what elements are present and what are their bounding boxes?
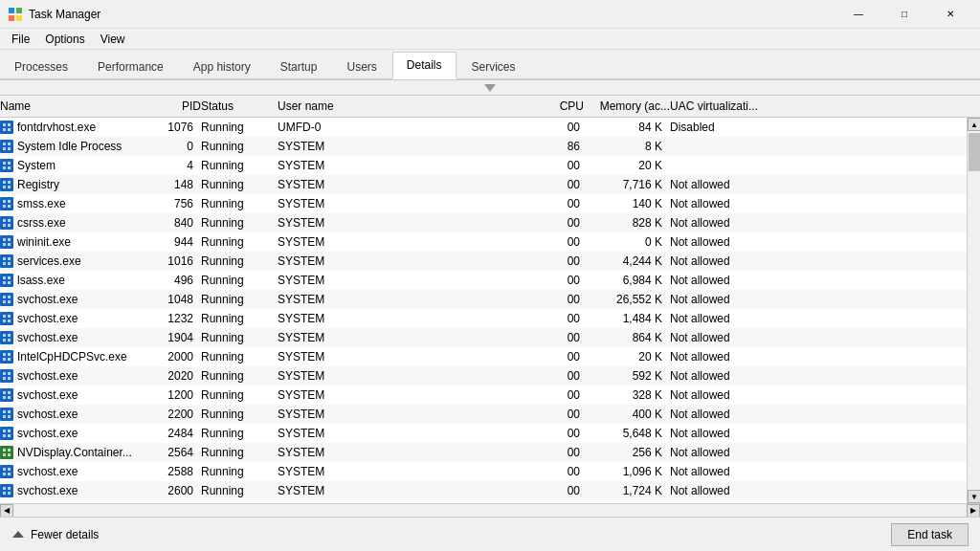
- table-row[interactable]: svchost.exe 1232 Running SYSTEM 00 1,484…: [0, 309, 967, 328]
- svg-rect-78: [3, 473, 6, 475]
- scroll-right-button[interactable]: ▶: [967, 504, 980, 518]
- svg-rect-58: [3, 377, 6, 380]
- sort-arrow-icon: [484, 84, 496, 92]
- window-title: Task Manager: [29, 8, 100, 21]
- tab-startup[interactable]: Startup: [266, 54, 332, 79]
- hscroll-track[interactable]: [13, 504, 967, 517]
- svg-rect-77: [8, 468, 11, 471]
- table-row[interactable]: services.exe 1016 Running SYSTEM 00 4,24…: [0, 252, 967, 271]
- scroll-down-button[interactable]: ▼: [968, 490, 980, 503]
- table-row[interactable]: IntelCpHDCPSvc.exe 2000 Running SYSTEM 0…: [0, 347, 967, 366]
- table-row[interactable]: smss.exe 756 Running SYSTEM 00 140 K Not…: [0, 194, 967, 213]
- cell-name: lsass.exe: [0, 273, 153, 288]
- svg-rect-62: [3, 396, 6, 399]
- table-row[interactable]: Registry 148 Running SYSTEM 00 7,716 K N…: [0, 175, 967, 194]
- cell-uac: [670, 145, 794, 147]
- end-task-button[interactable]: End task: [891, 523, 969, 546]
- vertical-scrollbar[interactable]: ▲ ▼: [967, 118, 980, 503]
- process-icon: [0, 312, 13, 325]
- cell-memory: 1,096 K: [584, 464, 670, 479]
- svg-rect-18: [3, 186, 6, 188]
- cell-username: SYSTEM: [278, 445, 546, 460]
- tab-details[interactable]: Details: [392, 52, 457, 79]
- scroll-left-button[interactable]: ◀: [0, 504, 13, 518]
- header-name[interactable]: Name: [0, 99, 153, 114]
- table-row[interactable]: NVDisplay.Container... 2564 Running SYST…: [0, 443, 967, 462]
- table-row[interactable]: fontdrvhost.exe 1076 Running UMFD-0 00 8…: [0, 118, 967, 137]
- svg-rect-52: [3, 353, 6, 356]
- title-bar-controls: — □ ✕: [836, 0, 972, 29]
- table-row[interactable]: svchost.exe 2020 Running SYSTEM 00 592 K…: [0, 366, 967, 386]
- minimize-button[interactable]: —: [836, 0, 880, 29]
- cell-name: Registry: [0, 177, 153, 192]
- menu-item-options[interactable]: Options: [37, 31, 92, 48]
- header-cpu[interactable]: CPU: [546, 99, 584, 114]
- svg-rect-59: [8, 377, 11, 380]
- cell-memory: 256 K: [584, 445, 670, 460]
- scroll-track[interactable]: [968, 131, 980, 490]
- cell-username: SYSTEM: [278, 196, 546, 211]
- process-icon: [0, 293, 13, 306]
- scroll-thumb[interactable]: [969, 133, 980, 171]
- cell-uac: Not allowed: [670, 253, 794, 269]
- header-username[interactable]: User name: [278, 99, 546, 114]
- table-row[interactable]: svchost.exe 1200 Running SYSTEM 00 328 K…: [0, 386, 967, 405]
- table-row[interactable]: svchost.exe 2600 Running SYSTEM 00 1,724…: [0, 481, 967, 500]
- title-bar: Task Manager — □ ✕: [0, 0, 980, 29]
- table-body[interactable]: fontdrvhost.exe 1076 Running UMFD-0 00 8…: [0, 118, 967, 503]
- table-row[interactable]: wininit.exe 944 Running SYSTEM 00 0 K No…: [0, 232, 967, 252]
- header-memory[interactable]: Memory (ac...: [584, 99, 670, 114]
- svg-rect-51: [8, 339, 11, 342]
- cell-username: SYSTEM: [278, 292, 546, 307]
- cell-cpu: 00: [546, 368, 584, 384]
- cell-uac: Not allowed: [670, 407, 794, 422]
- cell-uac: [670, 165, 794, 166]
- cell-username: SYSTEM: [278, 483, 546, 498]
- process-name: svchost.exe: [17, 388, 78, 402]
- tab-performance[interactable]: Performance: [83, 54, 178, 79]
- table-row[interactable]: svchost.exe 2200 Running SYSTEM 00 400 K…: [0, 405, 967, 424]
- cell-username: SYSTEM: [278, 215, 546, 231]
- tab-processes[interactable]: Processes: [0, 54, 82, 79]
- cell-uac: Not allowed: [670, 445, 794, 460]
- scroll-up-button[interactable]: ▲: [968, 118, 980, 131]
- process-icon: [0, 235, 13, 249]
- table-row[interactable]: svchost.exe 2484 Running SYSTEM 00 5,648…: [0, 424, 967, 443]
- cell-uac: Not allowed: [670, 349, 794, 364]
- process-icon: [0, 331, 13, 344]
- maximize-button[interactable]: □: [882, 0, 926, 29]
- table-row[interactable]: svchost.exe 1904 Running SYSTEM 00 864 K…: [0, 328, 967, 347]
- cell-memory: 84 K: [584, 120, 670, 135]
- svg-rect-24: [3, 219, 6, 222]
- table-row[interactable]: svchost.exe 2588 Running SYSTEM 00 1,096…: [0, 462, 967, 481]
- tab-services[interactable]: Services: [457, 54, 530, 79]
- cell-name: svchost.exe: [0, 387, 153, 403]
- svg-rect-14: [3, 166, 6, 169]
- cell-status: Running: [201, 349, 278, 364]
- cell-status: Running: [201, 139, 278, 154]
- close-button[interactable]: ✕: [928, 0, 972, 29]
- table-row[interactable]: csrss.exe 840 Running SYSTEM 00 828 K No…: [0, 213, 967, 232]
- tab-users[interactable]: Users: [332, 54, 390, 79]
- cell-cpu: 00: [546, 387, 584, 403]
- cell-uac: Not allowed: [670, 464, 794, 479]
- table-row[interactable]: System Idle Process 0 Running SYSTEM 86 …: [0, 137, 967, 156]
- menu-item-view[interactable]: View: [93, 31, 133, 48]
- cell-cpu: 00: [546, 464, 584, 479]
- menu-item-file[interactable]: File: [4, 31, 37, 48]
- header-status[interactable]: Status: [201, 99, 278, 114]
- tab-app-history[interactable]: App history: [179, 54, 265, 79]
- svg-rect-27: [8, 224, 11, 227]
- header-pid[interactable]: PID: [153, 99, 201, 114]
- table-row[interactable]: svchost.exe 1048 Running SYSTEM 00 26,55…: [0, 290, 967, 309]
- table-row[interactable]: System 4 Running SYSTEM 00 20 K: [0, 156, 967, 175]
- svg-rect-48: [3, 334, 6, 337]
- cell-uac: Not allowed: [670, 387, 794, 403]
- cell-status: Running: [201, 426, 278, 441]
- table-row[interactable]: lsass.exe 496 Running SYSTEM 00 6,984 K …: [0, 271, 967, 290]
- cell-status: Running: [201, 311, 278, 326]
- header-uac[interactable]: UAC virtualizati...: [670, 99, 794, 114]
- horizontal-scrollbar[interactable]: ◀ ▶: [0, 503, 980, 517]
- fewer-details-button[interactable]: Fewer details: [11, 528, 99, 541]
- cell-cpu: 00: [546, 292, 584, 307]
